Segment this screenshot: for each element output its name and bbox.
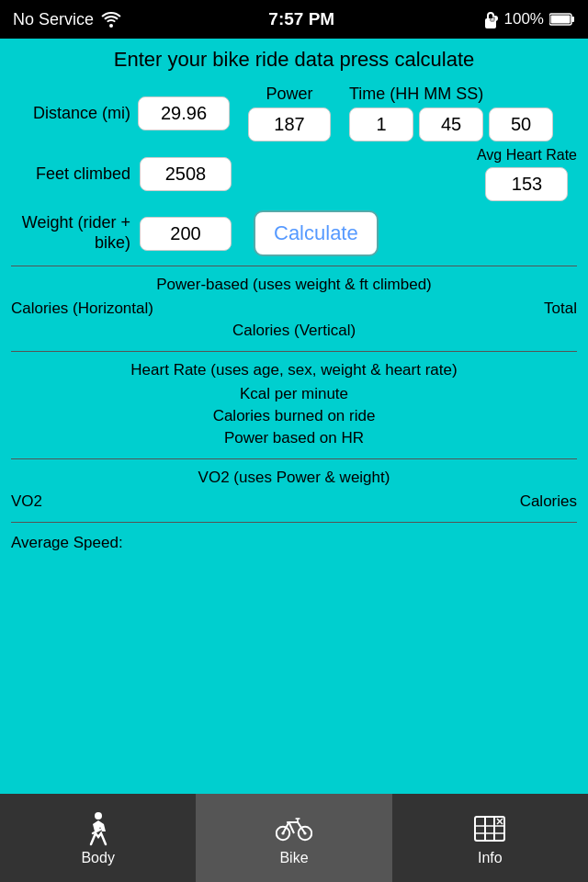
feet-label: Feet climbed	[11, 164, 130, 184]
carrier-label: No Service	[13, 10, 94, 29]
svg-rect-4	[550, 16, 570, 24]
weight-label: Weight (rider + bike)	[11, 213, 130, 253]
calories-horizontal-label: Calories (Horizontal)	[11, 300, 153, 318]
calories-horizontal-row: Calories (Horizontal) Total	[11, 298, 577, 320]
status-bar: No Service 7:57 PM @ 100%	[0, 0, 588, 39]
input-grid: Distance (mi) Power Time (HH MM SS) Feet…	[11, 85, 577, 256]
time-ss-input[interactable]	[489, 107, 553, 141]
tab-bike[interactable]: Bike	[196, 794, 391, 882]
time-label: Time (HH MM SS)	[349, 85, 483, 104]
svg-rect-5	[571, 17, 574, 22]
kcal-per-minute-label: Kcal per minute	[240, 385, 348, 403]
vo2-section: VO2 (uses Power & weight) VO2 Calories	[11, 469, 577, 513]
status-left: No Service	[13, 10, 121, 29]
divider-2	[11, 351, 577, 352]
distance-group: Distance (mi)	[11, 96, 230, 130]
calories-vertical-label: Calories (Vertical)	[232, 322, 356, 340]
power-based-hr-row: Power based on HR	[11, 427, 577, 449]
hr-section: Heart Rate (uses age, sex, weight & hear…	[11, 361, 577, 449]
power-group: Power	[248, 85, 331, 141]
avg-speed-label: Average Speed:	[11, 534, 123, 552]
divider-3	[11, 458, 577, 459]
weight-input[interactable]	[140, 217, 232, 251]
calories-horizontal-total: Total	[544, 300, 577, 318]
time-hh-input[interactable]	[349, 107, 413, 141]
avg-hr-input[interactable]	[485, 167, 568, 201]
tab-bike-label: Bike	[279, 850, 308, 866]
lock-icon: @	[482, 10, 499, 28]
feet-input[interactable]	[140, 157, 232, 191]
power-based-section: Power-based (uses weight & ft climbed) C…	[11, 276, 577, 342]
time-mm-input[interactable]	[419, 107, 483, 141]
hr-section-title: Heart Rate (uses age, sex, weight & hear…	[11, 361, 577, 379]
svg-text:@: @	[489, 16, 495, 22]
time-group: Time (HH MM SS)	[349, 85, 553, 141]
avg-hr-group: Avg Heart Rate	[477, 147, 577, 201]
vo2-label: VO2	[11, 492, 42, 511]
distance-label: Distance (mi)	[11, 104, 130, 123]
tab-body-label: Body	[81, 850, 114, 866]
vo2-row: VO2 Calories	[11, 491, 577, 513]
main-content: Enter your bike ride data press calculat…	[0, 39, 588, 794]
distance-input[interactable]	[138, 96, 230, 130]
walk-icon	[80, 809, 117, 846]
tab-info-label: Info	[478, 850, 503, 866]
kcal-per-minute-row: Kcal per minute	[11, 383, 577, 405]
svg-point-6	[95, 812, 102, 820]
power-label: Power	[266, 85, 312, 104]
calories-burned-row: Calories burned on ride	[11, 405, 577, 427]
vo2-section-title: VO2 (uses Power & weight)	[11, 469, 577, 487]
avg-hr-label: Avg Heart Rate	[477, 147, 577, 164]
row-distance-power-time: Distance (mi) Power Time (HH MM SS)	[11, 85, 577, 141]
tab-body[interactable]: Body	[0, 794, 196, 882]
avg-speed-row: Average Speed:	[11, 532, 577, 558]
wifi-icon	[101, 11, 121, 28]
status-right: @ 100%	[482, 10, 575, 28]
divider-4	[11, 522, 577, 523]
bike-icon	[276, 809, 312, 846]
power-section-title: Power-based (uses weight & ft climbed)	[11, 276, 577, 294]
row-weight-calc: Weight (rider + bike) Calculate	[11, 210, 577, 256]
tab-bar: Body Bike Info	[0, 794, 588, 882]
calories-burned-label: Calories burned on ride	[213, 407, 376, 425]
app-title: Enter your bike ride data press calculat…	[11, 48, 577, 72]
time-inputs	[349, 107, 553, 141]
status-time: 7:57 PM	[268, 9, 334, 29]
row-feet-hr: Feet climbed Avg Heart Rate	[11, 147, 577, 201]
tab-info[interactable]: Info	[392, 794, 588, 882]
power-input[interactable]	[248, 107, 331, 141]
battery-icon	[549, 12, 575, 27]
calories-vertical-row: Calories (Vertical)	[11, 320, 577, 342]
divider-1	[11, 266, 577, 266]
calculate-button[interactable]: Calculate	[254, 210, 379, 256]
vo2-calories-label: Calories	[520, 492, 577, 511]
power-based-hr-label: Power based on HR	[224, 429, 364, 447]
battery-label: 100%	[504, 10, 544, 28]
map-icon	[471, 809, 508, 846]
